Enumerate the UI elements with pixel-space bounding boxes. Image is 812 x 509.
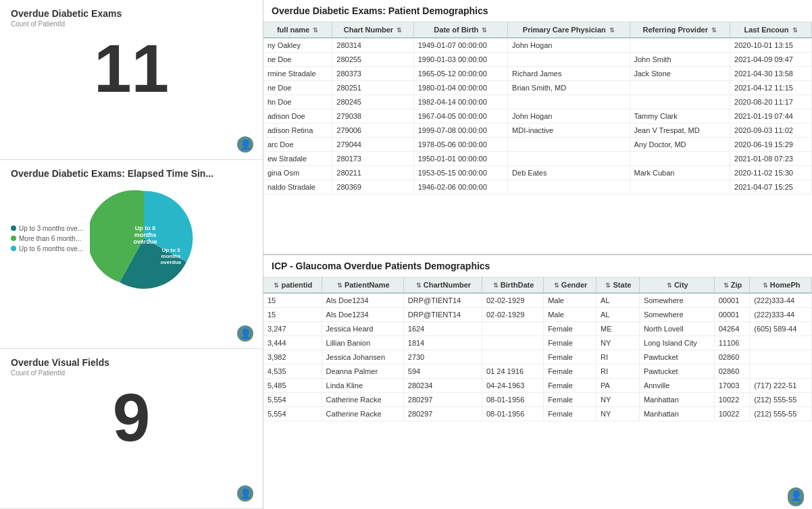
diabetic-exams-table-wrapper[interactable]: full name ⇅ Chart Number ⇅ Date of Birth… — [263, 22, 812, 249]
table-cell: (222)333-44 — [750, 308, 812, 322]
widget2-person-icon: 👤 — [237, 325, 253, 342]
col-patientname[interactable]: ⇅ PatientName — [322, 277, 403, 293]
col-patientid[interactable]: ⇅ patientid — [263, 277, 322, 293]
table-cell: 1967-04-05 00:00:00 — [413, 109, 507, 124]
sort-state-icon[interactable]: ⇅ — [605, 282, 611, 289]
col-gender[interactable]: ⇅ Gender — [544, 277, 597, 293]
table-cell: (212) 555-55 — [750, 407, 812, 421]
sort-pcp-icon[interactable]: ⇅ — [609, 27, 615, 34]
sort-dob-icon[interactable]: ⇅ — [482, 27, 487, 34]
table-cell: 1980-01-04 00:00:00 — [413, 81, 507, 95]
table-cell — [750, 365, 812, 379]
col-state[interactable]: ⇅ State — [597, 277, 640, 293]
col-city[interactable]: ⇅ City — [639, 277, 714, 293]
diabetic-exams-tbody: ny Oakley2803141949-01-07 00:00:00John H… — [263, 38, 812, 194]
table-row: 3,247Jessica Heard1624FemaleMENorth Love… — [263, 322, 812, 336]
glaucoma-tbody: 15Als Doe1234DRP@TIENT1402-02-1929MaleAL… — [263, 293, 812, 421]
sort-patientname-icon[interactable]: ⇅ — [337, 282, 342, 289]
table-row: ny Oakley2803141949-01-07 00:00:00John H… — [263, 38, 812, 53]
table-cell: 2021-01-08 07:23 — [730, 152, 812, 166]
table-cell: NY — [597, 393, 640, 407]
right-panel: Overdue Diabetic Exams: Patient Demograp… — [263, 0, 812, 509]
table-cell: (717) 222-51 — [750, 379, 812, 393]
sort-lastencount-icon[interactable]: ⇅ — [792, 27, 798, 34]
sort-zip-icon[interactable]: ⇅ — [724, 282, 729, 289]
col-homephone[interactable]: ⇅ HomePh — [750, 277, 812, 293]
table-cell: 1999-07-08 00:00:00 — [413, 124, 507, 138]
widget3-subtitle: Count of PatientId — [11, 369, 252, 377]
col-refprovider[interactable]: Referring Provider ⇅ — [630, 22, 730, 38]
glaucoma-section: ICP - Glaucoma Overdue Patients Demograp… — [263, 255, 812, 509]
widget1-value: 11 — [11, 34, 252, 102]
col-fullname[interactable]: full name ⇅ — [263, 22, 332, 38]
table-cell: AL — [597, 293, 640, 308]
sort-fullname-icon[interactable]: ⇅ — [313, 27, 318, 34]
diabetic-exams-section: Overdue Diabetic Exams: Patient Demograp… — [263, 0, 812, 255]
table-cell: PA — [597, 379, 640, 393]
table-cell: 2730 — [403, 350, 482, 365]
col-dob[interactable]: Date of Birth ⇅ — [413, 22, 507, 38]
sort-city-icon[interactable]: ⇅ — [667, 282, 672, 289]
sort-chartnumber-icon[interactable]: ⇅ — [397, 27, 402, 34]
table-cell: 08-01-1956 — [482, 393, 543, 407]
col-lastencount[interactable]: Last Encoun ⇅ — [730, 22, 812, 38]
pie-container: Up to 3 months ove... More than 6 month.… — [11, 184, 252, 292]
table-cell: Tammy Clark — [630, 109, 730, 124]
diabetic-exams-table: full name ⇅ Chart Number ⇅ Date of Birth… — [263, 22, 812, 194]
legend-label-1: More than 6 month... — [19, 235, 81, 242]
table-cell: Mark Cuban — [630, 166, 730, 180]
col-chartnumber2[interactable]: ⇅ ChartNumber — [403, 277, 482, 293]
table-cell: DRP@TIENT14 — [403, 308, 482, 322]
col-zip[interactable]: ⇅ Zip — [714, 277, 750, 293]
col-chartnumber[interactable]: Chart Number ⇅ — [332, 22, 413, 38]
table-cell: 3,982 — [263, 350, 322, 365]
legend-label-0: Up to 3 months ove... — [19, 225, 83, 232]
legend-item-0: Up to 3 months ove... — [11, 225, 83, 232]
sort-birthdate-icon[interactable]: ⇅ — [493, 282, 499, 289]
table-cell: 5,485 — [263, 379, 322, 393]
pie-label-1: Up to 6 — [135, 225, 156, 232]
table-cell: 1949-01-07 00:00:00 — [413, 38, 507, 53]
sort-homephone-icon[interactable]: ⇅ — [763, 282, 768, 289]
table-cell: Somewhere — [639, 308, 714, 322]
table-row: 5,554Catherine Racke28029708-01-1956Fema… — [263, 393, 812, 407]
table-cell: 3,444 — [263, 336, 322, 350]
col-pcp[interactable]: Primary Care Physician ⇅ — [508, 22, 630, 38]
table-cell: (605) 589-44 — [750, 322, 812, 336]
table-cell: 04264 — [714, 322, 750, 336]
table-row: rmine Stradale2803731965-05-12 00:00:00R… — [263, 67, 812, 81]
table-cell: DRP@TIENT14 — [403, 293, 482, 308]
table-cell: 02860 — [714, 350, 750, 365]
col-birthdate[interactable]: ⇅ BirthDate — [482, 277, 543, 293]
table-cell: 2021-04-30 13:58 — [730, 67, 812, 81]
sort-chartnumber2-icon[interactable]: ⇅ — [416, 282, 422, 289]
table-cell: arc Doe — [263, 138, 332, 152]
glaucoma-inner: ICP - Glaucoma Overdue Patients Demograp… — [263, 255, 812, 509]
table-cell — [482, 322, 543, 336]
table-cell: John Hogan — [508, 38, 630, 53]
sort-gender-icon[interactable]: ⇅ — [554, 282, 559, 289]
diabetic-exams-thead: full name ⇅ Chart Number ⇅ Date of Birth… — [263, 22, 812, 38]
glaucoma-header: ICP - Glaucoma Overdue Patients Demograp… — [263, 255, 812, 277]
table-cell: 280297 — [403, 407, 482, 421]
table-cell: 04-24-1963 — [482, 379, 543, 393]
table-cell: Als Doe1234 — [322, 308, 403, 322]
table-cell: 10022 — [714, 393, 750, 407]
sort-refprovider-icon[interactable]: ⇅ — [711, 27, 717, 34]
table-cell: 15 — [263, 293, 322, 308]
table-cell — [630, 38, 730, 53]
legend-label-2: Up to 6 months ove... — [19, 245, 83, 252]
table-row: ew Stradale2801731950-01-01 00:00:002021… — [263, 152, 812, 166]
table-cell: hn Doe — [263, 95, 332, 109]
glaucoma-table-wrapper[interactable]: ⇅ patientid ⇅ PatientName ⇅ ChartNumber — [263, 277, 812, 504]
table-row: ne Doe2802551990-01-03 00:00:00John Smit… — [263, 53, 812, 67]
table-cell: 2020-10-01 13:15 — [730, 38, 812, 53]
table-cell: Jack Stone — [630, 67, 730, 81]
table-cell: 10022 — [714, 407, 750, 421]
table-cell: 280251 — [332, 81, 413, 95]
sort-patientid-icon[interactable]: ⇅ — [274, 282, 279, 289]
table-cell: 4,535 — [263, 365, 322, 379]
table-cell: ew Stradale — [263, 152, 332, 166]
table-cell — [508, 152, 630, 166]
table-cell: RI — [597, 350, 640, 365]
